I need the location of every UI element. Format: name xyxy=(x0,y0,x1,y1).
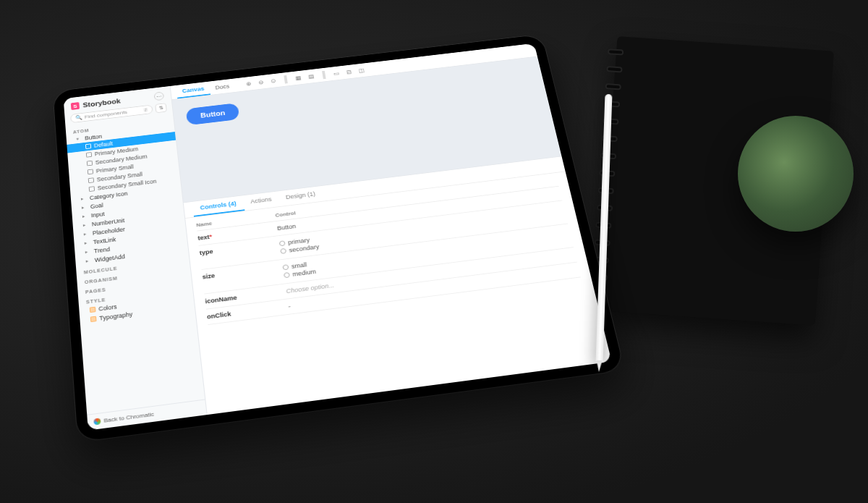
zoom-reset-icon[interactable]: ⊙ xyxy=(268,76,278,85)
preview-button[interactable]: Button xyxy=(186,103,240,125)
grid-icon[interactable]: ▤ xyxy=(306,72,316,81)
chevron-right-icon: ▸ xyxy=(85,258,92,263)
viewport-icon[interactable]: ▭ xyxy=(331,69,341,77)
control-iconname-select[interactable]: Choose option... xyxy=(286,282,335,295)
main-panel: Canvas Docs ⊕ ⊖ ⊙ ▦ ▤ ▭ ⊟ ◫ Button xyxy=(171,43,612,415)
zoom-in-icon[interactable]: ⊕ xyxy=(244,79,253,88)
plant-prop xyxy=(738,116,854,232)
storybook-logo-icon: S xyxy=(71,102,80,110)
sidebar-footer[interactable]: Back to Chromatic xyxy=(87,400,206,431)
story-icon xyxy=(85,143,91,149)
chevron-right-icon: ▸ xyxy=(82,214,89,219)
story-icon xyxy=(86,152,92,158)
background-icon[interactable]: ▦ xyxy=(293,73,303,83)
sort-button[interactable]: ⇅ xyxy=(155,103,167,113)
chevron-right-icon: ▸ xyxy=(83,222,90,228)
zoom-out-icon[interactable]: ⊖ xyxy=(256,77,265,86)
story-icon xyxy=(88,177,94,183)
control-text-input[interactable]: Button xyxy=(277,223,297,232)
doc-icon xyxy=(90,316,97,322)
chevron-down-icon: ▾ xyxy=(76,136,82,142)
controls-header-control: Control xyxy=(275,210,296,218)
chevron-right-icon: ▸ xyxy=(85,249,91,255)
app-title: Storybook xyxy=(82,97,121,109)
search-icon: 🔍 xyxy=(75,114,82,120)
story-icon xyxy=(88,169,93,174)
chevron-right-icon: ▸ xyxy=(81,196,87,202)
tablet-device: S Storybook ⋯ 🔍 Find components / ⇅ ATOM… xyxy=(53,34,624,441)
story-icon xyxy=(87,161,93,166)
app-screen: S Storybook ⋯ 🔍 Find components / ⇅ ATOM… xyxy=(64,43,612,431)
chevron-right-icon: ▸ xyxy=(82,205,88,211)
sidebar-menu-button[interactable]: ⋯ xyxy=(154,91,165,101)
chevron-right-icon: ▸ xyxy=(84,231,90,237)
radio-icon xyxy=(284,272,290,278)
measure-icon[interactable]: ⊟ xyxy=(344,67,354,76)
doc-icon xyxy=(90,307,96,313)
radio-icon xyxy=(282,264,289,270)
addons-panel: Controls (4) Actions Design (1) Name Con… xyxy=(184,156,612,415)
story-icon xyxy=(89,186,95,192)
radio-icon xyxy=(279,240,286,246)
control-onclick-value: - xyxy=(288,303,291,310)
outline-icon[interactable]: ◫ xyxy=(356,66,366,75)
radio-icon xyxy=(280,248,286,254)
tab-docs[interactable]: Docs xyxy=(209,80,236,94)
search-shortcut: / xyxy=(143,108,148,112)
chromatic-icon xyxy=(93,418,101,425)
chevron-right-icon: ▸ xyxy=(85,240,91,246)
